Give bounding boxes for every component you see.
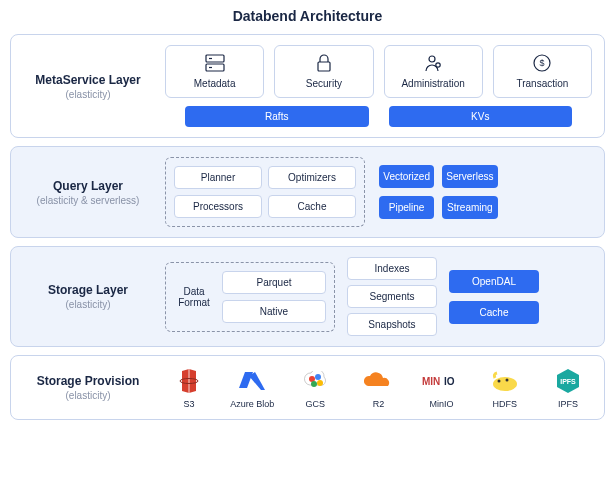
svg-text:IO: IO (444, 376, 455, 387)
native-chip: Native (222, 300, 326, 323)
storage-layer: Storage Layer (elasticity) Data Format P… (10, 246, 605, 347)
prov-label: MinIO (430, 399, 454, 409)
query-components: Planner Optimizers Processors Cache (165, 157, 365, 227)
provision-title: Storage Provision (23, 374, 153, 388)
query-layer: Query Layer (elasticity & serverless) Pl… (10, 146, 605, 238)
prov-label: IPFS (558, 399, 578, 409)
optimizers-chip: Optimizers (268, 166, 356, 189)
storage-provision-layer: Storage Provision (elasticity) S3 Azure … (10, 355, 605, 420)
card-label: Security (306, 78, 342, 89)
minio-item: MINIO MinIO (418, 366, 466, 409)
kvs-pill: KVs (389, 106, 573, 127)
svg-rect-1 (206, 64, 224, 71)
planner-chip: Planner (174, 166, 262, 189)
metaservice-layer: MetaService Layer (elasticity) Metadata (10, 34, 605, 138)
cloudflare-icon (354, 366, 402, 396)
opendal-chip: OpenDAL (449, 270, 539, 293)
query-sub: (elasticity & serverless) (23, 195, 153, 206)
s3-item: S3 (165, 366, 213, 409)
minio-icon: MINIO (418, 366, 466, 396)
user-icon (389, 52, 478, 74)
svg-rect-0 (206, 55, 224, 62)
data-format-label: Data Format (174, 286, 214, 308)
svg-point-18 (505, 379, 508, 382)
server-icon (170, 52, 259, 74)
svg-text:$: $ (540, 58, 545, 68)
card-label: Transaction (516, 78, 568, 89)
storage-access-col: OpenDAL Cache (449, 270, 539, 324)
r2-item: R2 (354, 366, 402, 409)
parquet-chip: Parquet (222, 271, 326, 294)
provision-label: Storage Provision (elasticity) (23, 374, 153, 401)
prov-label: S3 (183, 399, 194, 409)
metaservice-sub: (elasticity) (23, 89, 153, 100)
svg-text:MIN: MIN (422, 376, 440, 387)
streaming-chip: Streaming (442, 196, 497, 219)
svg-point-11 (315, 374, 321, 380)
dollar-icon: $ (498, 52, 587, 74)
svg-rect-4 (318, 62, 330, 71)
svg-point-17 (497, 380, 500, 383)
svg-text:IPFS: IPFS (560, 378, 576, 385)
snapshots-chip: Snapshots (347, 313, 437, 336)
svg-point-13 (311, 381, 317, 387)
query-features: Vectorized Serverless Pipeline Streaming (379, 165, 498, 219)
indexes-chip: Indexes (347, 257, 437, 280)
svg-point-5 (429, 56, 435, 62)
ipfs-icon: IPFS (544, 366, 592, 396)
storage-title: Storage Layer (23, 283, 153, 297)
card-label: Metadata (194, 78, 236, 89)
s3-icon (165, 366, 213, 396)
storage-sub: (elasticity) (23, 299, 153, 310)
provision-sub: (elasticity) (23, 390, 153, 401)
azure-blob-item: Azure Blob (228, 366, 276, 409)
segments-chip: Segments (347, 285, 437, 308)
metadata-card: Metadata (165, 45, 264, 98)
svg-point-16 (493, 377, 517, 391)
processors-chip: Processors (174, 195, 262, 218)
vectorized-chip: Vectorized (379, 165, 434, 188)
lock-icon (279, 52, 368, 74)
storage-label: Storage Layer (elasticity) (23, 283, 153, 310)
hadoop-icon (481, 366, 529, 396)
security-card: Security (274, 45, 373, 98)
query-label: Query Layer (elasticity & serverless) (23, 179, 153, 206)
prov-label: HDFS (493, 399, 518, 409)
storage-meta-col: Indexes Segments Snapshots (347, 257, 437, 336)
card-label: Administration (401, 78, 464, 89)
serverless-chip: Serverless (442, 165, 497, 188)
rafts-pill: Rafts (185, 106, 369, 127)
prov-label: GCS (306, 399, 326, 409)
metaservice-label: MetaService Layer (elasticity) (23, 73, 153, 100)
ipfs-item: IPFS IPFS (544, 366, 592, 409)
pipeline-chip: Pipeline (379, 196, 434, 219)
metaservice-title: MetaService Layer (23, 73, 153, 87)
metaservice-body: Metadata Security Administration (165, 45, 592, 127)
azure-icon (228, 366, 276, 396)
administration-card: Administration (384, 45, 483, 98)
transaction-card: $ Transaction (493, 45, 592, 98)
diagram-title: Databend Architecture (10, 8, 605, 24)
prov-label: Azure Blob (230, 399, 274, 409)
gcs-item: GCS (291, 366, 339, 409)
query-title: Query Layer (23, 179, 153, 193)
svg-point-6 (436, 63, 440, 67)
hdfs-item: HDFS (481, 366, 529, 409)
gcs-icon (291, 366, 339, 396)
cache-blue-chip: Cache (449, 301, 539, 324)
svg-point-12 (317, 380, 323, 386)
cache-chip: Cache (268, 195, 356, 218)
prov-label: R2 (373, 399, 385, 409)
data-format-box: Data Format Parquet Native (165, 262, 335, 332)
